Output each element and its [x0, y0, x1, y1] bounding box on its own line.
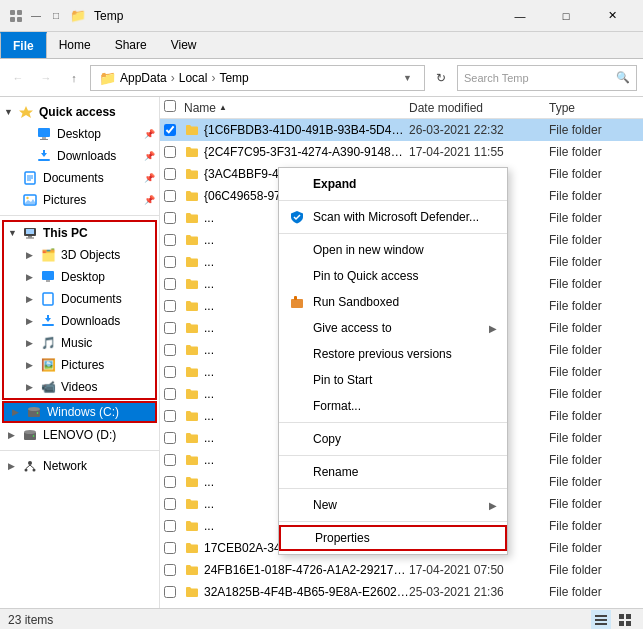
- header-name[interactable]: Name ▲: [184, 101, 409, 115]
- row-check-5[interactable]: [164, 234, 184, 246]
- row-check-9[interactable]: [164, 322, 184, 334]
- row-check-18[interactable]: [164, 520, 184, 532]
- forward-button[interactable]: →: [34, 66, 58, 90]
- tab-share[interactable]: Share: [103, 32, 159, 58]
- minimize-button[interactable]: —: [497, 0, 543, 32]
- pictures-pc-icon: 🖼️: [40, 357, 56, 373]
- this-pc-header[interactable]: ▼ This PC: [4, 222, 155, 244]
- sidebar-item-pictures-qa[interactable]: Pictures 📌: [0, 189, 159, 211]
- row-check-13[interactable]: [164, 410, 184, 422]
- close-button[interactable]: ✕: [589, 0, 635, 32]
- maximize-button[interactable]: □: [543, 0, 589, 32]
- sidebar-item-lenovo-d[interactable]: ▶ LENOVO (D:): [0, 424, 159, 446]
- network-expand: ▶: [8, 461, 22, 471]
- sidebar-item-windows-c[interactable]: ▶ Windows (C:): [2, 401, 157, 423]
- row-check-2[interactable]: [164, 168, 184, 180]
- open-window-icon: [289, 242, 305, 258]
- downloads-qa-label: Downloads: [57, 149, 116, 163]
- details-view-button[interactable]: [591, 610, 611, 630]
- sidebar-item-desktop-pc[interactable]: ▶ Desktop: [4, 266, 155, 288]
- path-segment-3[interactable]: Temp: [219, 71, 248, 85]
- row-check-12[interactable]: [164, 388, 184, 400]
- sidebar-item-3d[interactable]: ▶ 🗂️ 3D Objects: [4, 244, 155, 266]
- tab-home[interactable]: Home: [47, 32, 103, 58]
- row-check-16[interactable]: [164, 476, 184, 488]
- path-segment-1[interactable]: AppData: [120, 71, 167, 85]
- path-segment-2[interactable]: Local: [179, 71, 208, 85]
- svg-rect-20: [42, 271, 54, 280]
- file-type-4: File folder: [549, 211, 639, 225]
- ctx-format[interactable]: Format...: [279, 393, 507, 419]
- sidebar-item-videos[interactable]: ▶ 📹 Videos: [4, 376, 155, 398]
- header-check: [164, 100, 184, 115]
- table-row[interactable]: 186B397C-8AD7-4F9E-81DA-43AFF4D... 17-04…: [160, 603, 643, 608]
- address-path[interactable]: 📁 AppData › Local › Temp ▼: [90, 65, 425, 91]
- ctx-pin-start[interactable]: Pin to Start: [279, 367, 507, 393]
- status-right: [591, 610, 635, 630]
- sidebar-item-music[interactable]: ▶ 🎵 Music: [4, 332, 155, 354]
- row-check-4[interactable]: [164, 212, 184, 224]
- quick-access-header[interactable]: ▼ Quick access: [0, 101, 159, 123]
- table-row[interactable]: 32A1825B-4F4B-4B65-9E8A-E2602FCD... 25-0…: [160, 581, 643, 603]
- this-pc-icon: [22, 225, 38, 241]
- file-type-13: File folder: [549, 409, 639, 423]
- sidebar-item-desktop-qa[interactable]: Desktop 📌: [0, 123, 159, 145]
- folder-icon-17: [184, 496, 200, 512]
- ctx-sandbox[interactable]: Run Sandboxed: [279, 289, 507, 315]
- ctx-open-new-window[interactable]: Open in new window: [279, 237, 507, 263]
- sidebar-item-pictures-pc[interactable]: ▶ 🖼️ Pictures: [4, 354, 155, 376]
- refresh-button[interactable]: ↻: [429, 66, 453, 90]
- file-type-16: File folder: [549, 475, 639, 489]
- lenovo-d-expand: ▶: [8, 430, 22, 440]
- file-name-0: {1C6FBDB3-41D0-491B-93B4-5D40D15...: [204, 123, 409, 137]
- svg-marker-24: [45, 315, 51, 322]
- ctx-restore-versions[interactable]: Restore previous versions: [279, 341, 507, 367]
- header-date[interactable]: Date modified: [409, 101, 549, 115]
- row-check-14[interactable]: [164, 432, 184, 444]
- sidebar-item-documents-qa[interactable]: Documents 📌: [0, 167, 159, 189]
- select-all-checkbox[interactable]: [164, 100, 176, 112]
- row-check-1[interactable]: [164, 146, 184, 158]
- row-check-6[interactable]: [164, 256, 184, 268]
- row-check-15[interactable]: [164, 454, 184, 466]
- svg-rect-3: [17, 17, 22, 22]
- header-type[interactable]: Type: [549, 101, 639, 115]
- svg-rect-19: [26, 238, 34, 239]
- table-row[interactable]: 24FB16E1-018F-4726-A1A2-29217664E... 17-…: [160, 559, 643, 581]
- ctx-rename[interactable]: Rename: [279, 459, 507, 485]
- up-button[interactable]: ↑: [62, 66, 86, 90]
- back-button[interactable]: ←: [6, 66, 30, 90]
- tab-file[interactable]: File: [0, 32, 47, 58]
- pictures-pin-icon: 📌: [144, 195, 155, 205]
- title-bar: — □ 📁 Temp — □ ✕: [0, 0, 643, 32]
- row-check-21[interactable]: [164, 586, 184, 598]
- row-check-8[interactable]: [164, 300, 184, 312]
- tiles-view-button[interactable]: [615, 610, 635, 630]
- row-check-3[interactable]: [164, 190, 184, 202]
- ctx-give-access[interactable]: Give access to ▶: [279, 315, 507, 341]
- ctx-defender[interactable]: Scan with Microsoft Defender...: [279, 204, 507, 230]
- ctx-copy[interactable]: Copy: [279, 426, 507, 452]
- path-dropdown[interactable]: ▼: [403, 73, 412, 83]
- ctx-pin-quick[interactable]: Pin to Quick access: [279, 263, 507, 289]
- row-check-20[interactable]: [164, 564, 184, 576]
- search-box[interactable]: Search Temp 🔍: [457, 65, 637, 91]
- row-check-17[interactable]: [164, 498, 184, 510]
- row-check-11[interactable]: [164, 366, 184, 378]
- sidebar-item-downloads-qa[interactable]: Downloads 📌: [0, 145, 159, 167]
- ctx-expand[interactable]: Expand: [279, 171, 507, 197]
- row-check-19[interactable]: [164, 542, 184, 554]
- sidebar-item-documents-pc[interactable]: ▶ Documents: [4, 288, 155, 310]
- row-check-10[interactable]: [164, 344, 184, 356]
- sidebar-item-network[interactable]: ▶ Network: [0, 455, 159, 477]
- sidebar-item-downloads-pc[interactable]: ▶ Downloads: [4, 310, 155, 332]
- tab-view[interactable]: View: [159, 32, 209, 58]
- table-row[interactable]: {2C4F7C95-3F31-4274-A390-9148448A... 17-…: [160, 141, 643, 163]
- table-row[interactable]: {1C6FBDB3-41D0-491B-93B4-5D40D15... 26-0…: [160, 119, 643, 141]
- row-check-0[interactable]: [164, 124, 184, 136]
- ribbon: File Home Share View: [0, 32, 643, 59]
- ctx-new[interactable]: New ▶: [279, 492, 507, 518]
- ctx-properties[interactable]: Properties: [279, 525, 507, 551]
- row-check-22[interactable]: [164, 608, 184, 609]
- row-check-7[interactable]: [164, 278, 184, 290]
